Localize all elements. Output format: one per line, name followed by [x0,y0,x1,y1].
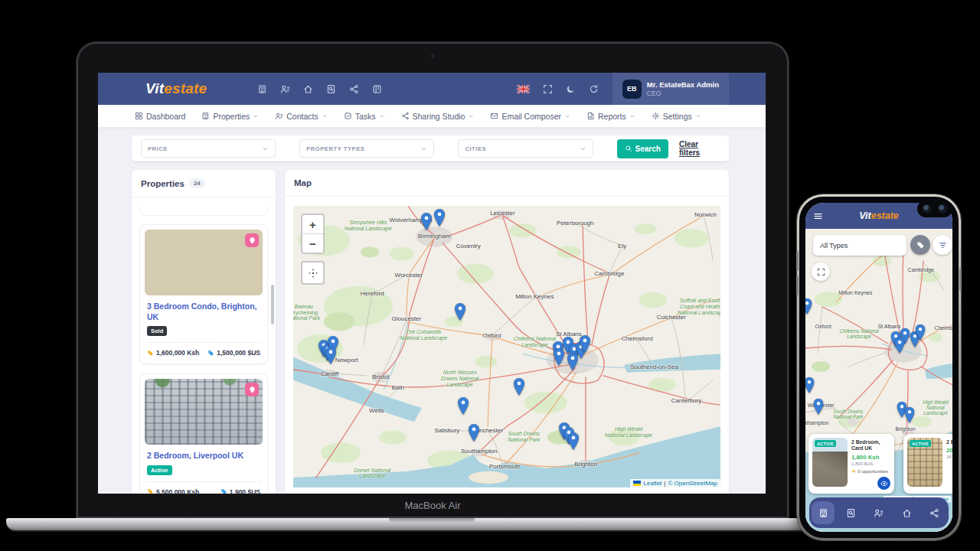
map-marker[interactable] [434,209,445,227]
avatar: EB [622,80,642,99]
chevron-down-icon [629,113,635,119]
map-marker[interactable] [325,347,336,364]
property-card[interactable]: 3 Bedroom Condo, Brighton, UKSold1,600,0… [139,224,268,364]
filter-button[interactable] [933,235,952,255]
phone-property-card[interactable]: ACTIVE2 B Bi2018 [903,434,952,494]
filter-select-price[interactable]: PRICE [141,139,276,158]
building-icon[interactable] [257,84,267,94]
map-city-label: Oxford [482,332,501,339]
user-role: CEO [647,90,719,97]
map-marker[interactable] [458,397,469,415]
map-pin-badge[interactable] [245,383,259,396]
app-logo[interactable]: Vitestate [145,80,207,97]
properties-list[interactable]: 3 Bedroom Condo, Brighton, UKSold1,600,0… [132,199,276,494]
menu-item-tasks[interactable]: Tasks [344,112,385,121]
menu-item-reports[interactable]: Reports [586,112,635,121]
attribution-separator: | [664,480,665,487]
search-button[interactable]: Search [617,139,668,158]
map-marker[interactable] [568,432,579,450]
map-panel: Map WolverhamptonBirminghamCoventryLeice… [285,170,729,494]
tasks-icon [344,112,352,120]
filter-icon [939,241,947,249]
phone-property-card[interactable]: ACTIVE2 Bedroom, Card UK1,800 Ksh1,800 $… [808,434,894,494]
map-city-label: Salisbury [434,426,459,433]
map-city-label: Milton Keynes [515,292,554,299]
map-city-label: Gloucester [392,315,422,322]
fullscreen-icon[interactable] [543,84,553,94]
leaflet-map[interactable]: WolverhamptonBirminghamCoventryLeicester… [293,206,720,487]
map-marker[interactable] [567,353,578,370]
uk-flag-icon[interactable] [517,85,530,93]
property-image [145,230,263,295]
building-icon [201,112,210,120]
map-marker[interactable] [469,424,479,442]
search-value: All Types [820,242,848,249]
map-marker[interactable] [554,347,564,365]
map-marker[interactable] [915,324,925,340]
map-marker[interactable] [904,407,914,423]
doc-search-icon[interactable] [326,84,336,94]
contacts-icon [874,508,884,518]
refresh-icon[interactable] [589,84,599,94]
map-marker[interactable] [421,213,432,230]
menu-item-dashboard[interactable]: Dashboard [135,112,185,121]
kanban-icon[interactable] [372,84,382,94]
nav-building-icon[interactable] [812,501,835,524]
map-zoom-control: + − [301,214,325,254]
user-menu[interactable]: EB Mr. EstateBax Admin CEO [612,73,729,105]
menu-item-sharing-studio[interactable]: Sharing Studio [401,112,475,121]
zoom-in-button[interactable]: + [302,215,323,233]
expand-button[interactable] [812,262,830,281]
nav-home-icon[interactable] [895,501,918,524]
map-marker[interactable] [814,398,824,414]
status-badge: ACTIVE [910,440,931,447]
property-title[interactable]: 2 Bedroom, Liverpool UK [147,451,260,461]
view-button[interactable] [876,475,892,491]
map-marker[interactable] [514,377,524,395]
map-pin-badge[interactable] [245,233,259,247]
map-city-label: Southampton [805,420,828,425]
map-landscape-label: Shropshire Hills National Landscape [345,220,392,232]
nav-share-icon[interactable] [923,501,946,524]
share-icon[interactable] [349,84,359,94]
home-icon[interactable] [303,84,313,94]
contacts-icon[interactable] [280,84,290,94]
phone-app-logo[interactable]: Vitestate [859,210,899,221]
navbar-quick-icons [257,84,382,94]
moon-icon[interactable] [566,84,576,94]
map-marker[interactable] [580,335,590,353]
map-pan-control[interactable] [301,261,325,285]
nav-doc-search-icon[interactable] [840,501,863,524]
map-marker[interactable] [805,298,812,315]
filter-select-cities[interactable]: CITIES [458,139,593,158]
property-title[interactable]: 3 Bedroom Condo, Brighton, UK [147,302,260,322]
zoom-out-button[interactable]: − [302,233,323,253]
osm-link[interactable]: © OpenStreetMap [668,480,717,487]
leaflet-link[interactable]: Leaflet [643,480,662,487]
map-marker[interactable] [894,337,904,354]
menu-icon[interactable] [813,211,823,221]
price-usd: 1,900 $US [220,488,260,494]
map-landscape-label: Bannau Brycheiniog National Park [293,304,328,321]
menu-item-contacts[interactable]: Contacts [275,112,327,121]
phone-cards-carousel[interactable]: ACTIVE2 Bedroom, Card UK1,800 Ksh1,800 $… [808,434,952,494]
nav-contacts-icon[interactable] [867,501,890,524]
phone-search-box[interactable]: All Types [813,235,906,256]
phone-bezel: Vitestate CambridgeMilton KeynesOxfordSt… [799,197,959,538]
clear-filters-link[interactable]: Clear filters [679,140,720,157]
filter-select-property-types[interactable]: PROPERTY TYPES [299,139,434,158]
scrollbar-thumb[interactable] [271,285,274,324]
map-city-label: Brighton [574,460,597,467]
map-marker[interactable] [455,303,466,321]
chevron-down-icon [420,145,427,152]
price-local: 5,500,000 Ksh [147,488,199,494]
tag-filter-button[interactable] [910,235,930,255]
menu-item-settings[interactable]: Settings [652,112,701,121]
menu-item-email-composer[interactable]: Email Composer [490,112,570,121]
phone-map[interactable]: CambridgeMilton KeynesOxfordSt AlbansChe… [805,229,952,532]
menu-item-properties[interactable]: Properties [201,112,259,121]
chevron-down-icon [322,113,328,119]
map-marker[interactable] [805,377,814,393]
map-landscape-label: Chilterns National Landscape [511,337,558,349]
property-card[interactable]: 2 Bedroom, Liverpool UKActive5,500,000 K… [139,373,268,494]
